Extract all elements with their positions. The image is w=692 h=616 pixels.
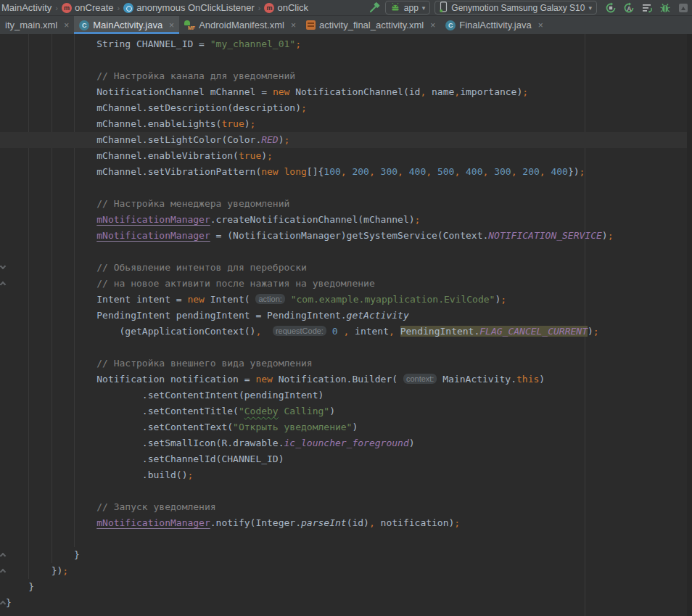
device-phone-icon <box>440 1 448 15</box>
code-line[interactable]: } <box>0 595 692 611</box>
code-line[interactable]: // Настройка канала для уведомлений <box>0 68 692 84</box>
code-line[interactable] <box>0 483 692 499</box>
apply-code-changes-icon[interactable]: A <box>622 1 635 14</box>
code-line[interactable]: PendingIntent pendingIntent = PendingInt… <box>0 308 692 324</box>
code-token: FLAG_CANCEL_CURRENT <box>479 326 588 337</box>
breadcrumb-item[interactable]: MainActivity <box>1 2 52 13</box>
code-line[interactable]: // Настройка менеджера уведомлений <box>0 196 692 212</box>
code-editor[interactable]: String CHANNEL_ID = "my_channel_01"; // … <box>0 34 692 616</box>
code-token: , <box>540 166 545 177</box>
code-line[interactable] <box>0 531 692 547</box>
code-line[interactable]: NotificationChannel mChannel = new Notif… <box>0 84 692 100</box>
editor-tab[interactable]: MFAndroidManifest.xml× <box>179 16 301 34</box>
code-token: ; <box>454 517 460 528</box>
code-line[interactable]: (getApplicationContext(), requestCode: 0… <box>0 324 692 340</box>
code-token: 0 <box>332 326 338 337</box>
editor-scrollbar-area[interactable] <box>687 34 692 616</box>
fold-marker-icon[interactable] <box>0 282 6 287</box>
indentation <box>6 453 142 464</box>
code-line[interactable]: Notification notification = new Notifica… <box>0 371 692 387</box>
code-token: importance) <box>460 86 522 97</box>
code-line[interactable] <box>0 52 692 68</box>
breadcrumb-separator: › <box>258 4 262 12</box>
code-token: Intent intent = <box>96 294 187 305</box>
code-line[interactable]: mNotificationManager.createNotificationC… <box>0 212 692 228</box>
code-line[interactable]: String CHANNEL_ID = "my_channel_01"; <box>0 36 692 52</box>
code-token: 300 <box>381 166 398 177</box>
code-line[interactable] <box>0 244 692 260</box>
editor-tab[interactable]: ity_main.xml× <box>0 16 74 34</box>
code-line[interactable]: } <box>0 547 692 563</box>
code-line[interactable]: }); <box>0 563 692 579</box>
code-line[interactable]: mNotificationManager.notify(Integer.pars… <box>0 515 692 531</box>
code-line[interactable]: .setChannelId(CHANNEL_ID) <box>0 451 692 467</box>
fold-marker-icon[interactable] <box>0 263 6 269</box>
profiler-icon[interactable] <box>677 1 689 14</box>
indentation <box>6 198 96 209</box>
code-token <box>375 166 381 177</box>
code-line[interactable]: .setContentText("Открыть уведомление") <box>0 419 692 435</box>
breadcrumb-item[interactable]: onClick <box>277 2 308 13</box>
code-token: = (NotificationManager)getSystemService(… <box>210 230 489 241</box>
run-configuration-selector[interactable]: app ▾ <box>385 1 431 15</box>
code-token: ) <box>588 326 593 337</box>
code-line[interactable]: .setContentTitle("Codeby Calling") <box>0 403 692 419</box>
code-line[interactable]: mNotificationManager = (NotificationMana… <box>0 228 692 244</box>
code-token: NOTIFICATION_SERVICE <box>488 230 602 241</box>
device-selector[interactable]: Genymotion Samsung Galaxy S10 ▾ <box>434 1 597 15</box>
code-token: "my_channel_01" <box>210 38 295 49</box>
code-line[interactable]: // Обьявление интентов для переброски <box>0 260 692 276</box>
close-tab-icon[interactable]: × <box>291 20 296 30</box>
indentation <box>6 581 28 592</box>
editor-tab[interactable]: activity_final_acttivity.xml× <box>301 16 440 34</box>
close-tab-icon[interactable]: × <box>538 20 543 30</box>
code-token: , <box>389 326 395 337</box>
code-line[interactable]: // Настройка внешнего вида уведомления <box>0 356 692 371</box>
rerun-activity-icon[interactable] <box>604 1 617 14</box>
debug-bug-icon[interactable] <box>659 1 671 14</box>
indentation <box>6 134 96 145</box>
indentation <box>6 374 96 385</box>
indentation <box>6 501 96 512</box>
code-token: " <box>239 406 244 416</box>
code-line[interactable]: .build(); <box>0 467 692 483</box>
breadcrumb-item[interactable]: anonymous OnClickListener <box>136 2 255 13</box>
fold-marker-icon[interactable] <box>0 569 6 575</box>
navigation-bar: MainActivity›monCreate›anonymous OnClick… <box>0 0 692 16</box>
code-token: , <box>369 517 375 528</box>
fold-marker-icon[interactable] <box>0 553 6 559</box>
code-line[interactable]: // Запуск уведомления <box>0 499 692 515</box>
editor-tab[interactable]: CFinalActtivity.java× <box>440 16 548 34</box>
indentation <box>6 565 52 576</box>
editor-tab[interactable]: CMainActivity.java× <box>74 16 179 34</box>
breadcrumb-item[interactable]: onCreate <box>75 2 113 13</box>
code-token <box>285 294 291 305</box>
close-tab-icon[interactable]: × <box>169 20 174 30</box>
code-line[interactable] <box>0 180 692 196</box>
close-tab-icon[interactable]: × <box>430 20 435 30</box>
code-token: String CHANNEL_ID = <box>96 38 210 49</box>
code-line[interactable]: mChannel.setLightColor(Color.RED); <box>0 132 692 148</box>
code-token: this <box>516 374 539 385</box>
code-line[interactable] <box>0 340 692 356</box>
code-token: mChannel.enableVibration( <box>96 150 239 161</box>
code-token: // Настройка канала для уведомлений <box>96 70 295 81</box>
run-configurations-list-icon[interactable] <box>640 1 653 14</box>
code-line[interactable]: mChannel.setVibrationPattern(new long[]{… <box>0 164 692 180</box>
close-tab-icon[interactable]: × <box>64 20 69 30</box>
tab-label: AndroidManifest.xml <box>199 20 284 30</box>
code-line[interactable]: } <box>0 579 692 595</box>
build-hammer-icon[interactable] <box>368 1 381 14</box>
code-line[interactable]: mChannel.setDescription(description); <box>0 100 692 116</box>
code-line[interactable]: mChannel.enableLights(true); <box>0 116 692 132</box>
code-line[interactable]: .setContentIntent(pendingIntent) <box>0 387 692 403</box>
code-token: (id) <box>347 517 369 528</box>
code-line[interactable]: mChannel.enableVibration(true); <box>0 148 692 164</box>
code-line[interactable]: .setSmallIcon(R.drawable.ic_louncher_for… <box>0 435 692 451</box>
code-token: // Обьявление интентов для переброски <box>96 262 307 273</box>
code-line[interactable]: Intent intent = new Intent( action: "com… <box>0 292 692 308</box>
fold-marker-icon[interactable] <box>0 601 6 607</box>
layout-xml-icon <box>306 20 316 30</box>
code-area[interactable]: String CHANNEL_ID = "my_channel_01"; // … <box>0 34 692 611</box>
code-line[interactable]: // на новое активити после нажатия на ув… <box>0 276 692 292</box>
